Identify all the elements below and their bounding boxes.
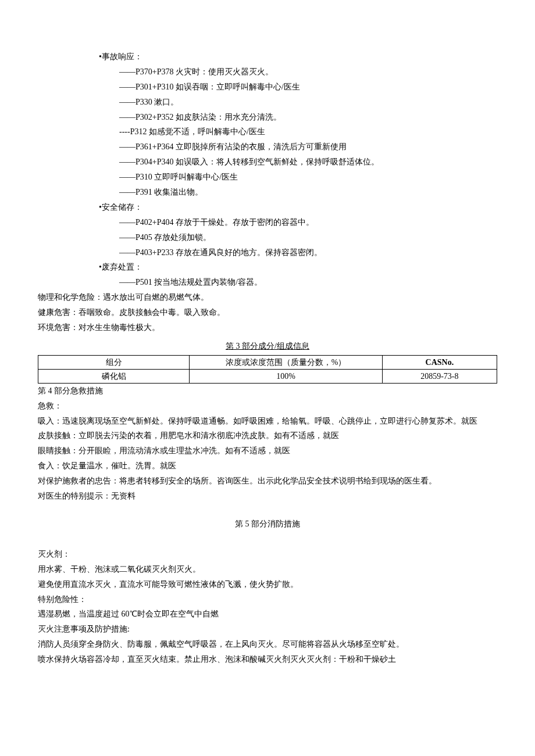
response-item: ----P312 如感觉不适，呼叫解毒中心/医生	[38, 124, 497, 139]
response-item: ——P391 收集溢出物。	[38, 185, 497, 200]
section3-title: 第 3 部分成分/组成信息	[38, 339, 497, 354]
section4-line: 急救：	[38, 399, 497, 414]
section5-line: 灭火注意事项及防护措施:	[38, 622, 497, 637]
section4-line: 食入：饮足量温水，催吐。洗胃。就医	[38, 458, 497, 474]
col-component: 组分	[38, 355, 190, 369]
cell-cas: 20859-73-8	[382, 369, 497, 383]
response-item: ——P301+P310 如误吞咽：立即呼叫解毒中心/医生	[38, 80, 497, 95]
hazard-environment: 环境危害：对水生生物毒性极大。	[38, 320, 497, 335]
section5-line: 消防人员须穿全身防火、防毒服，佩戴空气呼吸器，在上风向灭火。尽可能将容器从火场移…	[38, 637, 497, 652]
section5-line: 特别危险性：	[38, 592, 497, 607]
storage-item: ——P402+P404 存放于干燥处。存放于密闭的容器中。	[38, 215, 497, 230]
section4-line: 吸入：迅速脱离现场至空气新鲜处。保持呼吸道通畅。如呼吸困难，给输氧。呼吸、心跳停…	[38, 414, 497, 429]
response-item: ——P361+P364 立即脱掉所有沾染的衣服，清洗后方可重新使用	[38, 139, 497, 155]
section5-line: 灭火剂：	[38, 547, 497, 562]
section5-title: 第 5 部分消防措施	[38, 517, 497, 532]
cell-concentration: 100%	[190, 369, 382, 383]
section5-line: 喷水保持火场容器冷却，直至灭火结束。禁止用水、泡沫和酸碱灭火剂灭火灭火剂：干粉和…	[38, 652, 497, 667]
response-title: •事故响应：	[38, 49, 497, 65]
table-header-row: 组分 浓度或浓度范围（质量分数，%） CASNo.	[38, 355, 497, 369]
section5-line: 遇湿易燃，当温度超过 60℃时会立即在空气中自燃	[38, 607, 497, 622]
section4-line: 对医生的特别提示：无资料	[38, 489, 497, 504]
response-item: ——P302+P352 如皮肤沾染：用水充分清洗。	[38, 110, 497, 125]
response-item: ——P370+P378 火灾时：使用灭火器灭火。	[38, 65, 497, 80]
response-item: ——P304+P340 如误吸入：将人转移到空气新鲜处，保持呼吸舒适体位。	[38, 155, 497, 170]
col-cas: CASNo.	[382, 355, 497, 369]
hazard-health: 健康危害：吞咽致命。皮肤接触会中毒。吸入致命。	[38, 305, 497, 320]
response-item: ——P330 漱口。	[38, 95, 497, 110]
table-row: 磷化铝 100% 20859-73-8	[38, 369, 497, 383]
disposal-title: •废弃处置：	[38, 260, 497, 275]
response-item: ——P310 立即呼叫解毒中心/医生	[38, 170, 497, 185]
disposal-item: ——P501 按当地法规处置内装物/容器。	[38, 275, 497, 290]
col-concentration: 浓度或浓度范围（质量分数，%）	[190, 355, 382, 369]
composition-table: 组分 浓度或浓度范围（质量分数，%） CASNo. 磷化铝 100% 20859…	[38, 355, 497, 384]
section4-line: 眼睛接触：分开眼睑，用流动清水或生理盐水冲洗。如有不适感，就医	[38, 443, 497, 458]
section4-line: 对保护施救者的忠告：将患者转移到安全的场所。咨询医生。出示此化学品安全技术说明书…	[38, 474, 497, 489]
section5-line: 用水雾、干粉、泡沫或二氧化碳灭火剂灭火。	[38, 562, 497, 577]
section4-title: 第 4 部分急救措施	[38, 384, 497, 399]
section5-line: 避免使用直流水灭火，直流水可能导致可燃性液体的飞溅，使火势扩散。	[38, 577, 497, 592]
storage-item: ——P403+P233 存放在通风良好的地方。保持容器密闭。	[38, 245, 497, 260]
storage-title: •安全储存：	[38, 200, 497, 215]
storage-item: ——P405 存放处须加锁。	[38, 230, 497, 245]
cell-component: 磷化铝	[38, 369, 190, 383]
section4-line: 皮肤接触：立即脱去污染的衣着，用肥皂水和清水彻底冲洗皮肤。如有不适感，就医	[38, 428, 497, 443]
hazard-physical: 物理和化学危险：遇水放出可自燃的易燃气体。	[38, 290, 497, 305]
